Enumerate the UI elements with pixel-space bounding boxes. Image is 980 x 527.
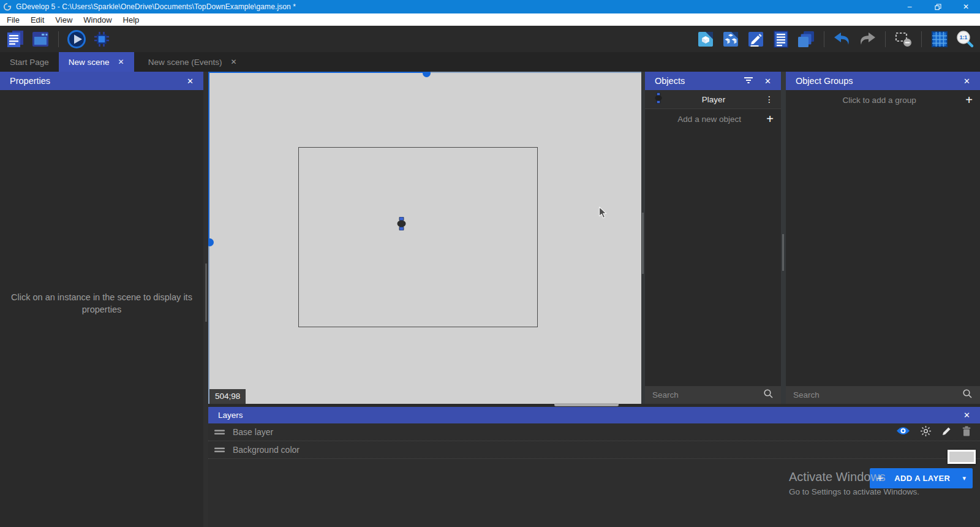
objects-search-input[interactable] bbox=[652, 390, 763, 400]
tab-start-page[interactable]: Start Page bbox=[0, 52, 59, 72]
plus-icon: + bbox=[766, 114, 774, 124]
menu-window[interactable]: Window bbox=[78, 13, 117, 26]
scrollbar-thumb[interactable] bbox=[642, 213, 644, 274]
window-title: GDevelop 5 - C:\Users\Sparkle\OneDrive\D… bbox=[16, 2, 296, 11]
open-properties-button[interactable] bbox=[745, 29, 766, 50]
close-icon[interactable]: ✕ bbox=[764, 77, 771, 86]
object-groups-panel: Object Groups ✕ Click to add a group + bbox=[786, 72, 980, 404]
background-color-swatch[interactable] bbox=[948, 450, 976, 464]
menu-view[interactable]: View bbox=[50, 13, 78, 26]
object-name: Player bbox=[662, 95, 765, 104]
search-icon bbox=[962, 389, 973, 401]
add-object-button[interactable]: Add a new object + bbox=[645, 109, 781, 129]
layer-row-background-color[interactable]: Background color bbox=[208, 441, 980, 459]
close-button[interactable]: ✕ bbox=[952, 0, 980, 13]
tab-new-scene-events[interactable]: New scene (Events) ✕ bbox=[138, 52, 247, 72]
properties-empty-message: Click on an instance in the scene to dis… bbox=[9, 291, 195, 316]
filter-icon[interactable] bbox=[744, 75, 753, 86]
menu-help[interactable]: Help bbox=[118, 13, 145, 26]
svg-text:1:1: 1:1 bbox=[960, 34, 968, 40]
project-manager-button[interactable] bbox=[5, 29, 26, 50]
close-icon[interactable]: ✕ bbox=[187, 77, 194, 86]
restore-button[interactable] bbox=[924, 0, 952, 13]
canvas-horizontal-scrollbar[interactable] bbox=[554, 403, 619, 406]
add-group-button[interactable]: Click to add a group + bbox=[786, 90, 980, 110]
scrollbar-thumb[interactable] bbox=[205, 264, 207, 322]
open-objects-panel-button[interactable] bbox=[695, 29, 716, 50]
open-object-groups-button[interactable] bbox=[720, 29, 741, 50]
instances-list-icon bbox=[772, 30, 790, 48]
object-menu-icon[interactable]: ⋮ bbox=[765, 96, 774, 102]
objects-title: Objects bbox=[655, 76, 685, 86]
layers-panel-icon bbox=[797, 30, 815, 48]
toolbar-separator bbox=[824, 31, 824, 47]
player-instance[interactable] bbox=[397, 217, 406, 233]
scene-canvas[interactable]: 504;98 bbox=[208, 72, 641, 404]
preview-play-button[interactable] bbox=[66, 29, 87, 50]
object-row-player[interactable]: Player ⋮ bbox=[645, 90, 781, 109]
groups-list-area[interactable] bbox=[786, 110, 980, 386]
edit-properties-icon bbox=[747, 30, 765, 48]
gdevelop-window: GDevelop 5 - C:\Users\Sparkle\OneDrive\D… bbox=[0, 0, 980, 527]
objects-search-bar bbox=[645, 386, 781, 404]
play-icon bbox=[66, 29, 87, 50]
debug-button[interactable] bbox=[91, 29, 112, 50]
layer-name: Background color bbox=[233, 445, 300, 455]
menu-file[interactable]: File bbox=[1, 13, 25, 26]
plus-icon: + bbox=[876, 474, 883, 483]
scrollbar-thumb[interactable] bbox=[782, 234, 784, 271]
object-groups-title: Object Groups bbox=[796, 76, 853, 86]
close-icon[interactable]: ✕ bbox=[963, 77, 970, 86]
layers-header: Layers ✕ bbox=[208, 407, 980, 423]
objects-list-area[interactable] bbox=[645, 129, 781, 386]
player-thumbnail bbox=[655, 93, 662, 106]
groups-search-input[interactable] bbox=[793, 390, 962, 400]
groups-search-bar bbox=[786, 386, 980, 404]
open-layers-panel-button[interactable] bbox=[796, 29, 816, 50]
search-icon bbox=[763, 389, 774, 401]
undo-icon bbox=[832, 29, 852, 49]
properties-scrollbar[interactable] bbox=[203, 72, 208, 527]
minimize-button[interactable]: – bbox=[895, 0, 924, 13]
horizontal-scroll-dot[interactable] bbox=[423, 72, 431, 77]
tab-close-icon[interactable]: ✕ bbox=[118, 58, 124, 66]
add-layer-button[interactable]: + ADD A LAYER ▾ bbox=[870, 468, 973, 488]
tab-new-scene[interactable]: New scene ✕ bbox=[59, 52, 134, 72]
object-groups-icon bbox=[722, 30, 740, 48]
menu-edit[interactable]: Edit bbox=[25, 13, 50, 26]
delete-trash-icon[interactable] bbox=[962, 426, 971, 439]
toolbar-right: 1:1 bbox=[695, 29, 975, 50]
open-instances-list-button[interactable] bbox=[771, 29, 791, 50]
layers-title: Layers bbox=[218, 411, 243, 420]
clear-selection-button[interactable] bbox=[893, 29, 914, 50]
toggle-grid-button[interactable] bbox=[929, 29, 950, 50]
mouse-cursor bbox=[598, 207, 608, 222]
zoom-1-1-icon: 1:1 bbox=[955, 29, 974, 49]
restore-icon bbox=[935, 4, 941, 10]
effects-icon[interactable] bbox=[920, 425, 932, 439]
game-window-bounds bbox=[298, 147, 538, 327]
project-manager-icon bbox=[6, 30, 24, 48]
zoom-original-button[interactable]: 1:1 bbox=[954, 29, 975, 50]
preview-window-button[interactable] bbox=[30, 29, 51, 50]
layer-row-base[interactable]: Base layer bbox=[208, 423, 980, 441]
properties-title: Properties bbox=[10, 76, 50, 86]
edit-pencil-icon[interactable] bbox=[941, 426, 952, 439]
redo-button[interactable] bbox=[857, 29, 878, 50]
groups-scrollbar-lane[interactable] bbox=[781, 72, 786, 404]
objects-panel: Objects ✕ Player ⋮ Add a new object + bbox=[645, 72, 781, 404]
undo-button[interactable] bbox=[832, 29, 853, 50]
visibility-eye-icon[interactable] bbox=[896, 426, 910, 438]
caret-down-icon[interactable]: ▾ bbox=[962, 474, 966, 482]
debug-icon bbox=[92, 29, 111, 49]
toolbar-left bbox=[5, 29, 112, 50]
drag-handle-icon[interactable] bbox=[214, 427, 225, 438]
properties-panel: Properties ✕ Click on an instance in the… bbox=[0, 72, 203, 527]
grid-icon bbox=[930, 30, 949, 48]
tab-close-icon[interactable]: ✕ bbox=[230, 58, 236, 66]
close-icon[interactable]: ✕ bbox=[963, 411, 970, 420]
vertical-scroll-indicator bbox=[208, 72, 209, 404]
vertical-scroll-dot[interactable] bbox=[208, 238, 214, 246]
drag-handle-icon[interactable] bbox=[214, 444, 225, 455]
gdevelop-logo-icon bbox=[3, 2, 12, 11]
